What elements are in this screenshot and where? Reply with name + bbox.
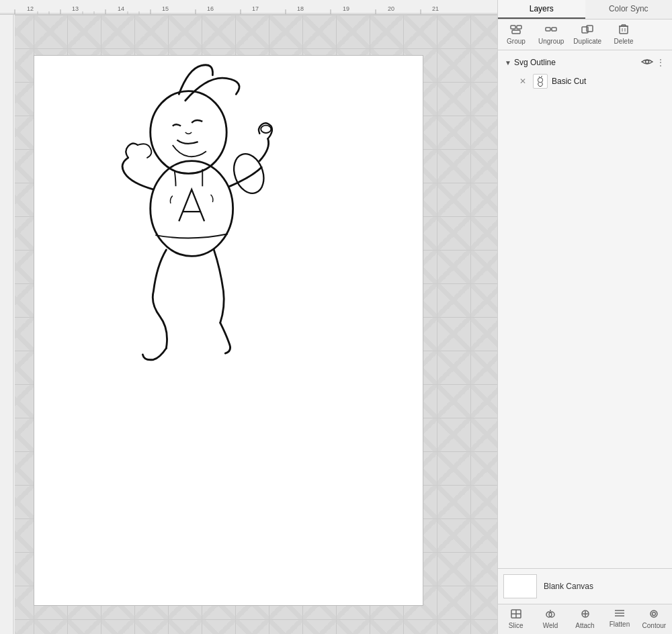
layers-section: ▼ Svg Outline ⋮ ✕ [498,50,672,568]
attach-label: Attach [575,622,594,629]
tab-color-sync[interactable]: Color Sync [585,0,673,19]
attach-button[interactable]: Attach [569,607,601,631]
svg-point-64 [650,610,657,617]
svg-text:13: 13 [72,5,79,12]
svg-text:15: 15 [162,5,169,12]
contour-label: Contour [642,622,667,629]
svg-text:12: 12 [27,5,34,12]
duplicate-button[interactable]: Duplicate [569,23,605,47]
tab-color-sync-label: Color Sync [609,4,648,13]
layer-group: ▼ Svg Outline ⋮ ✕ [498,50,672,96]
svg-text:17: 17 [252,5,259,12]
flatten-icon [614,609,625,619]
flatten-button[interactable]: Flatten [603,607,636,631]
blank-canvas-thumb [503,574,537,598]
svg-point-65 [653,613,656,616]
slice-button[interactable]: Slice [499,607,532,631]
svg-point-50 [538,78,542,83]
svg-text:18: 18 [297,5,304,12]
svg-text:20: 20 [388,5,394,12]
layer-group-header[interactable]: ▼ Svg Outline ⋮ [503,54,667,71]
svg-text:14: 14 [118,5,124,12]
tab-layers-label: Layers [530,4,554,13]
blank-canvas-label: Blank Canvas [544,582,593,591]
duplicate-icon [581,25,593,36]
weld-button[interactable]: Weld [534,607,566,631]
ungroup-label: Ungroup [538,38,564,45]
ruler-left-svg [0,15,15,634]
right-panel: Layers Color Sync Group [497,0,672,634]
svg-rect-28 [0,15,15,634]
chevron-icon: ▼ [505,59,511,66]
attach-icon [581,609,590,621]
blank-canvas-section: Blank Canvas [498,568,672,604]
layer-item-name: Basic Cut [552,77,586,86]
svg-rect-37 [546,28,550,31]
tab-layers[interactable]: Layers [498,0,585,19]
panel-options-icon[interactable]: ⋮ [656,57,665,68]
canvas-grid[interactable] [0,15,497,634]
panel-toolbar: Group Ungroup Duplicate [498,19,672,50]
group-button[interactable]: Group [499,23,533,47]
svg-line-52 [541,76,542,78]
canvas-area: 12 13 14 15 16 17 18 19 20 21 [0,0,497,634]
duplicate-label: Duplicate [573,38,601,45]
svg-text:19: 19 [343,5,349,12]
svg-rect-36 [512,30,520,34]
ant-character-svg [54,62,310,412]
delete-icon [619,24,628,36]
svg-point-31 [151,161,233,257]
ruler-top-svg: 12 13 14 15 16 17 18 19 20 21 [0,0,497,14]
weld-label: Weld [543,622,558,629]
panel-tabs: Layers Color Sync [498,0,672,19]
layer-item-close-icon: ✕ [519,77,526,86]
flatten-label: Flatten [610,621,630,628]
delete-button[interactable]: Delete [607,22,640,47]
ruler-top: 12 13 14 15 16 17 18 19 20 21 [0,0,497,15]
svg-text:16: 16 [207,5,214,12]
eye-icon[interactable] [641,57,653,68]
svg-rect-34 [511,26,515,29]
svg-rect-35 [517,26,521,29]
delete-label: Delete [614,38,634,45]
svg-text:21: 21 [432,5,439,12]
layer-item-basic-cut[interactable]: ✕ Basic Cut [503,71,667,92]
svg-point-49 [646,60,649,64]
group-label: Group [507,38,526,45]
weld-icon [545,609,556,621]
contour-icon [649,609,659,621]
layer-item-thumbnail [533,74,548,89]
svg-rect-38 [552,28,556,31]
group-icon [510,25,522,36]
contour-button[interactable]: Contour [638,607,671,631]
bottom-toolbar: Slice Weld Attach [498,604,672,634]
slice-label: Slice [509,622,523,629]
ruler-left [0,15,15,634]
ungroup-icon [545,25,557,36]
ungroup-button[interactable]: Ungroup [534,23,568,47]
svg-rect-42 [620,26,628,34]
svg-line-51 [539,77,540,78]
slice-icon [511,609,521,621]
layer-group-name: Svg Outline [514,58,638,67]
canvas-white-area [34,55,423,606]
svg-point-33 [261,126,271,133]
